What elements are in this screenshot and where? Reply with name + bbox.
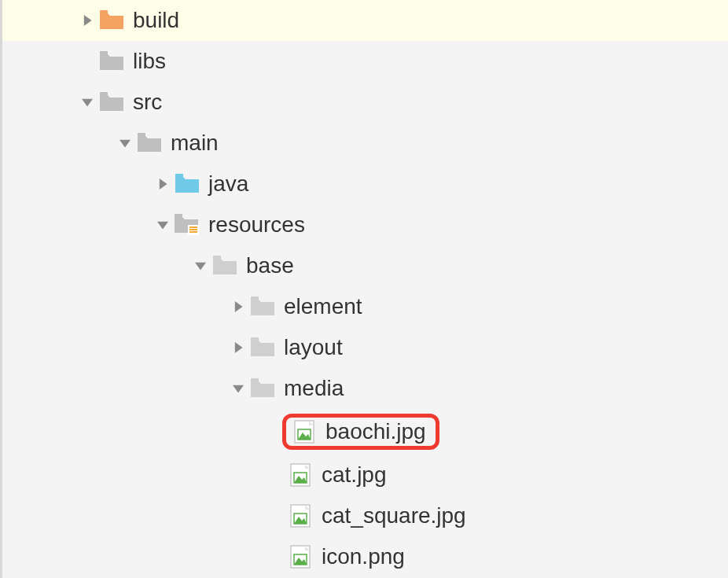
chevron-down-icon[interactable]	[152, 219, 174, 230]
tree-item-label: icon.png	[322, 544, 405, 569]
chevron-down-icon[interactable]	[189, 260, 211, 271]
tree-item-label: media	[284, 376, 344, 401]
tree-item-src[interactable]: src	[2, 82, 728, 123]
folder-icon	[174, 172, 200, 196]
tree-item-cat[interactable]: cat.jpg	[2, 455, 728, 495]
svg-marker-7	[160, 179, 167, 190]
chevron-down-icon[interactable]	[114, 138, 136, 149]
svg-rect-22	[251, 378, 259, 383]
folder-icon	[98, 90, 125, 114]
svg-marker-9	[157, 222, 168, 230]
tree-item-label: java	[208, 171, 248, 197]
svg-marker-17	[235, 301, 243, 312]
tree-item-label: build	[133, 8, 179, 33]
tree-item-label: resources	[208, 212, 305, 237]
chevron-right-icon[interactable]	[152, 179, 174, 190]
svg-rect-16	[213, 256, 221, 260]
image-file-icon	[287, 504, 314, 528]
svg-rect-4	[100, 92, 108, 97]
tree-item-label: main	[171, 131, 219, 156]
svg-marker-0	[84, 15, 92, 26]
svg-rect-10	[175, 214, 182, 219]
svg-marker-21	[233, 385, 244, 393]
folder-icon	[249, 377, 276, 400]
chevron-down-icon[interactable]	[76, 97, 98, 108]
svg-marker-19	[235, 342, 243, 353]
svg-rect-1	[100, 10, 108, 15]
tree-item-resources[interactable]: resources	[2, 204, 728, 245]
tree-item-icon-png[interactable]: icon.png	[2, 536, 728, 577]
svg-marker-3	[82, 99, 93, 107]
tree-item-base[interactable]: base	[2, 245, 728, 286]
svg-marker-5	[119, 140, 131, 148]
tree-item-label: element	[284, 294, 362, 319]
chevron-down-icon[interactable]	[227, 383, 249, 394]
tree-item-element[interactable]: element	[2, 286, 728, 327]
folder-icon	[249, 336, 276, 359]
image-file-icon	[291, 420, 318, 444]
svg-rect-6	[138, 133, 145, 138]
highlight-annotation: baochi.jpg	[282, 414, 439, 450]
tree-item-label: layout	[284, 335, 343, 360]
tree-item-label: libs	[133, 49, 166, 74]
chevron-right-icon[interactable]	[227, 301, 249, 312]
folder-icon	[98, 50, 125, 73]
folder-icon	[249, 295, 276, 318]
svg-marker-15	[195, 263, 206, 271]
tree-item-baochi[interactable]: baochi.jpg	[2, 409, 728, 455]
chevron-right-icon[interactable]	[76, 15, 98, 26]
tree-item-libs[interactable]: ▶ libs	[2, 41, 728, 82]
tree-item-media[interactable]: media	[2, 368, 728, 409]
tree-item-main[interactable]: main	[2, 123, 728, 164]
tree-item-label: src	[133, 90, 162, 115]
resources-folder-icon	[174, 213, 200, 237]
file-tree: build ▶ libs src main	[2, 0, 728, 577]
folder-icon	[136, 131, 163, 155]
tree-item-build[interactable]: build	[2, 0, 728, 41]
tree-item-layout[interactable]: layout	[2, 327, 728, 368]
svg-rect-20	[251, 337, 259, 342]
tree-item-label: cat.jpg	[322, 462, 387, 488]
tree-item-java[interactable]: java	[2, 164, 728, 204]
tree-item-cat-square[interactable]: cat_square.jpg	[2, 495, 728, 536]
tree-item-label: baochi.jpg	[325, 419, 426, 444]
svg-rect-2	[100, 51, 108, 56]
tree-item-label: base	[246, 253, 294, 278]
image-file-icon	[287, 463, 314, 487]
folder-icon	[98, 9, 125, 32]
tree-item-label: cat_square.jpg	[322, 503, 466, 528]
svg-rect-18	[251, 296, 259, 301]
svg-rect-8	[175, 174, 183, 179]
folder-icon	[211, 254, 238, 278]
image-file-icon	[287, 545, 314, 569]
chevron-right-icon[interactable]	[227, 342, 249, 353]
